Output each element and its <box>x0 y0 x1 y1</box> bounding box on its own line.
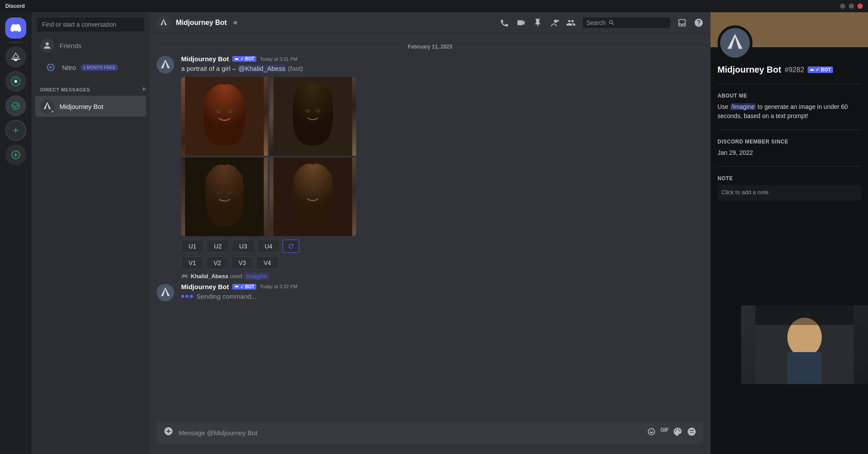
app-body: + Find or start a conversation Friends <box>0 12 868 454</box>
dot-2 <box>186 295 189 298</box>
emoji-people-icon[interactable] <box>647 427 656 439</box>
nitro-badge: 1 MONTH FREE <box>80 64 118 71</box>
upscale-2-button[interactable]: U2 <box>206 240 229 253</box>
member-since-date: Jan 29, 2022 <box>718 148 861 157</box>
server-icon-3[interactable] <box>5 95 26 116</box>
refresh-button[interactable] <box>283 240 299 253</box>
svg-point-10 <box>216 109 221 113</box>
svg-point-1 <box>12 102 19 109</box>
upscale-3-button[interactable]: U3 <box>232 240 255 253</box>
bot-badge-1: ✓ BOT <box>232 56 256 62</box>
variation-4-button[interactable]: V4 <box>256 256 278 269</box>
sticker-button[interactable] <box>673 427 682 439</box>
explore-servers-button[interactable] <box>5 144 26 165</box>
user-mention[interactable]: @Khalid_Abess <box>238 65 286 72</box>
ai-image-grid[interactable] <box>181 77 356 236</box>
user-discriminator: #9282 <box>785 66 805 74</box>
svg-point-22 <box>304 190 310 194</box>
help-button[interactable] <box>694 18 704 28</box>
header-actions: Search <box>500 17 704 28</box>
inbox-button[interactable] <box>677 18 687 28</box>
command-user: Khalid_Abess <box>191 273 228 279</box>
message-timestamp-2: Today at 3:32 PM <box>260 284 298 289</box>
titlebar-title: Discord <box>5 3 25 9</box>
panel-divider-1 <box>718 84 861 84</box>
portrait-image-4[interactable] <box>270 157 356 236</box>
command-name: /imagine <box>244 272 269 280</box>
panel-divider-3 <box>718 166 861 167</box>
date-line-right <box>456 47 704 47</box>
channel-search-bar[interactable]: Search <box>583 17 670 28</box>
pin-messages-button[interactable] <box>533 18 542 28</box>
friends-nav-item[interactable]: Friends <box>35 35 146 56</box>
message-header-2: Midjourney Bot ✓ BOT Today at 3:32 PM <box>181 283 704 290</box>
start-video-call-button[interactable] <box>516 18 526 28</box>
portrait-image-1[interactable] <box>181 77 268 156</box>
svg-point-19 <box>227 191 233 195</box>
date-label: February 11, 2023 <box>408 44 452 50</box>
dm-list: Midjourney Bot <box>32 96 150 117</box>
messages-area[interactable]: February 11, 2023 Midjourney Bot <box>150 33 710 422</box>
system-action: used <box>230 273 242 279</box>
hide-user-list-button[interactable] <box>566 18 576 28</box>
user-panel-avatar <box>718 25 752 60</box>
message-input-field[interactable]: Message @Midjourney Bot <box>178 429 641 437</box>
note-placeholder: Click to add a note <box>721 189 769 196</box>
add-attachment-button[interactable] <box>164 426 173 439</box>
server-icon-1[interactable] <box>5 46 26 67</box>
message-content-2: Midjourney Bot ✓ BOT Today at 3:32 PM <box>181 283 704 301</box>
start-voice-call-button[interactable] <box>500 18 509 28</box>
portrait-image-3[interactable] <box>181 157 268 236</box>
sending-message: Sending command... <box>181 292 704 301</box>
svg-point-6 <box>158 17 170 29</box>
system-icon: 🎮 <box>181 273 188 279</box>
server-icon-2[interactable] <box>5 71 26 92</box>
channel-avatar <box>157 16 171 30</box>
svg-point-14 <box>305 109 311 113</box>
bot-avatar-2 <box>157 284 174 301</box>
upscale-4-button[interactable]: U4 <box>257 240 280 253</box>
about-me-text: Use /imagine to generate an image in und… <box>718 102 861 121</box>
nitro-nav-item[interactable]: Nitro 1 MONTH FREE <box>38 57 143 78</box>
variation-1-button[interactable]: V1 <box>181 256 203 269</box>
upscale-buttons: U1 U2 U3 U4 <box>181 240 704 253</box>
video-call-overlay[interactable] <box>741 305 868 384</box>
input-actions: GIF <box>647 427 697 439</box>
video-content <box>741 305 868 384</box>
svg-point-4 <box>49 66 52 69</box>
new-dm-button[interactable]: + <box>141 85 146 94</box>
bot-badge-2: ✓ BOT <box>232 284 256 290</box>
svg-point-15 <box>315 109 321 113</box>
dot-3 <box>190 295 193 298</box>
variation-3-button[interactable]: V3 <box>231 256 253 269</box>
minimize-button[interactable] <box>840 3 845 9</box>
system-message: 🎮 Khalid_Abess used /imagine <box>150 271 710 281</box>
direct-messages-label: DIRECT MESSAGES <box>40 87 90 92</box>
add-server-button[interactable]: + <box>5 120 26 141</box>
svg-point-25 <box>720 28 750 58</box>
portrait-image-2[interactable] <box>270 77 356 156</box>
discord-home-button[interactable] <box>5 17 26 38</box>
friends-label: Friends <box>60 42 81 49</box>
date-line-left <box>157 47 404 47</box>
upscale-1-button[interactable]: U1 <box>181 240 204 253</box>
channel-status-indicator <box>234 21 237 24</box>
about-me-section: ABOUT ME Use /imagine to generate an ima… <box>710 87 868 126</box>
add-friend-button[interactable] <box>550 18 559 28</box>
imagine-command[interactable]: /imagine <box>730 103 756 110</box>
emoji-icon[interactable] <box>687 427 696 439</box>
note-input[interactable]: Click to add a note <box>718 185 861 201</box>
dm-item-midjourney[interactable]: Midjourney Bot <box>35 96 146 117</box>
gif-button[interactable]: GIF <box>661 427 669 439</box>
variation-buttons: V1 V2 V3 V4 <box>181 256 704 269</box>
panel-divider-2 <box>718 129 861 130</box>
member-since-title: DISCORD MEMBER SINCE <box>718 139 861 145</box>
maximize-button[interactable] <box>849 3 854 9</box>
close-button[interactable] <box>858 3 863 9</box>
variation-2-button[interactable]: V2 <box>206 256 228 269</box>
find-conversation-input[interactable]: Find or start a conversation <box>37 17 144 31</box>
svg-point-18 <box>216 191 222 195</box>
note-section: NOTE Click to add a note <box>710 170 868 206</box>
about-me-title: ABOUT ME <box>718 93 861 99</box>
user-profile-panel: Midjourney Bot #9282 ✓ BOT ABOUT ME Use … <box>710 12 868 454</box>
